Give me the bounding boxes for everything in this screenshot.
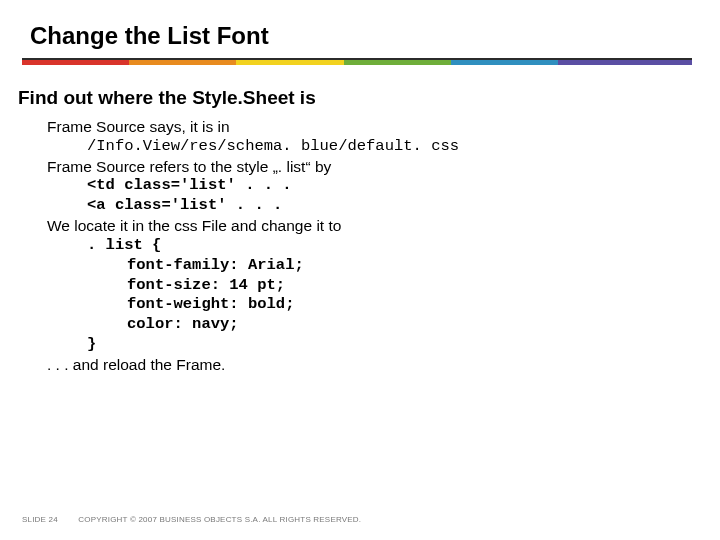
section-heading: Find out where the Style.Sheet is [0,65,720,117]
code-line: /Info.View/res/schema. blue/default. css [47,137,720,157]
code-line: font-size: 14 pt; [47,276,720,296]
body-content: Frame Source says, it is in /Info.View/r… [0,117,720,375]
code-line: <a class='list' . . . [47,196,720,216]
code-fragment: <a class='list' . . . [87,196,282,214]
code-line: <td class='list' . . . [47,176,720,196]
text-line: Frame Source refers to the style „. list… [47,157,720,177]
copyright-text: COPYRIGHT © 2007 BUSINESS OBJECTS S.A. A… [78,515,361,524]
text-fragment: “ by [305,158,331,175]
slide-number: SLIDE 24 [22,515,58,524]
text-line: . . . and reload the Frame. [47,355,720,375]
footer: SLIDE 24 COPYRIGHT © 2007 BUSINESS OBJEC… [22,515,361,524]
code-line: font-weight: bold; [47,295,720,315]
code-line: color: navy; [47,315,720,335]
text-fragment: Frame Source refers to the style „ [47,158,278,175]
code-fragment: <td class='list' . . . [87,176,292,194]
code-line: . list { [47,236,720,256]
code-line: font-family: Arial; [47,256,720,276]
text-fragment: . list [278,158,306,175]
text-line: We locate it in the css File and change … [47,216,720,236]
slide-title: Change the List Font [0,0,720,58]
text-line: Frame Source says, it is in [47,117,720,137]
code-line: } [47,335,720,355]
